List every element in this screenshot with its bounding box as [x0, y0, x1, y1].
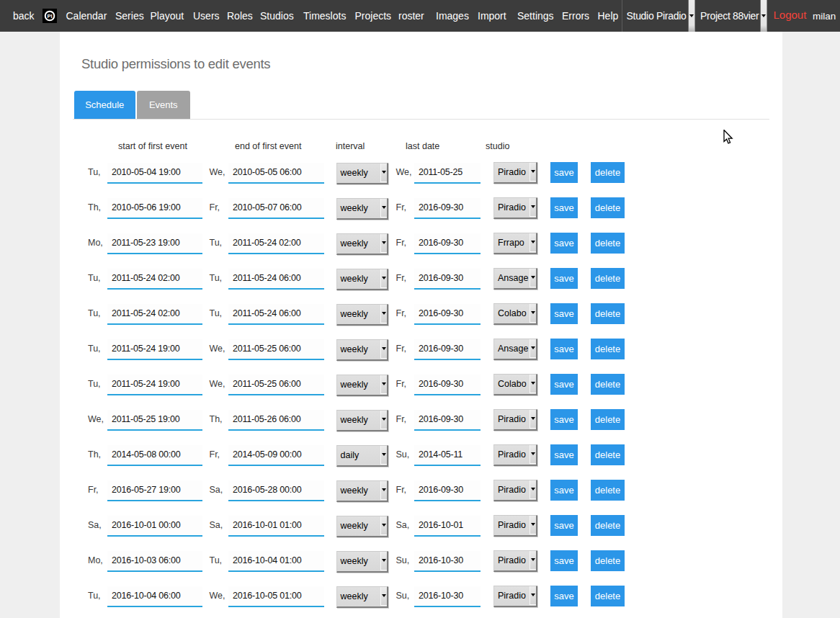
svg-text:PI: PI — [47, 13, 52, 19]
